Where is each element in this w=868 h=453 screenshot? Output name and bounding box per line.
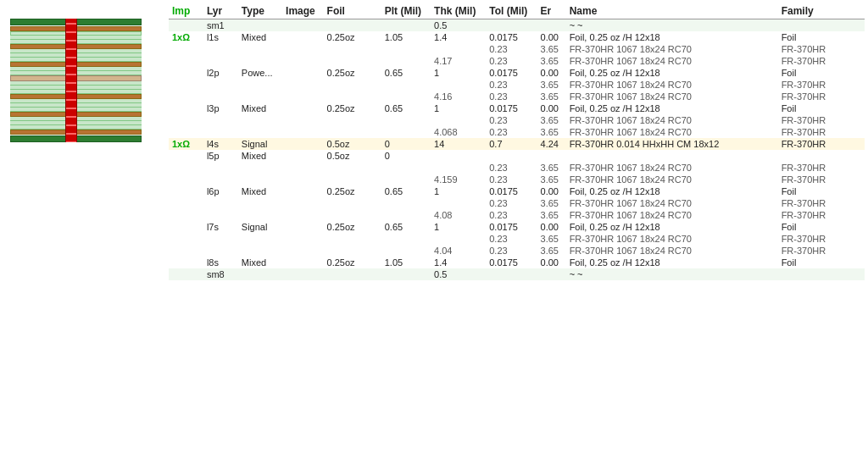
cell-plt (381, 174, 431, 185)
cell-family: FR-370HR (778, 233, 865, 245)
cell-tol: 0.7 (486, 138, 537, 150)
cell-lyr (203, 79, 238, 91)
cell-thk: 4.04 (431, 245, 486, 257)
cell-foil (324, 233, 381, 245)
cell-type (238, 126, 282, 138)
table-body: sm10.5~ ~1xΩl1sMixed0.25oz1.051.40.01750… (169, 19, 865, 281)
cell-thk: 14 (431, 138, 486, 150)
cell-lyr: l6p (203, 185, 238, 197)
cell-name: FR-370HR 1067 18x24 RC70 (566, 174, 778, 185)
cell-image (282, 174, 324, 185)
cell-imp (169, 197, 203, 209)
cell-er: 0.00 (537, 185, 566, 197)
cell-thk (431, 197, 486, 209)
cell-family: FR-370HR (778, 114, 865, 126)
col-header-type: Type (238, 3, 282, 19)
cell-foil (324, 126, 381, 138)
cell-plt (381, 43, 431, 55)
cell-er: 0.00 (537, 31, 566, 43)
cell-lyr: l2p (203, 67, 238, 79)
cell-family: Foil (778, 102, 865, 114)
cell-imp (169, 245, 203, 257)
cell-thk (431, 114, 486, 126)
cell-lyr: l5p (203, 150, 238, 162)
cell-er (537, 19, 566, 32)
cell-lyr: l3p (203, 102, 238, 114)
cell-tol: 0.0175 (486, 257, 537, 268)
table-row: 0.233.65FR-370HR 1067 18x24 RC70FR-370HR (169, 233, 865, 245)
cell-tol: 0.23 (486, 126, 537, 138)
cell-family: FR-370HR (778, 91, 865, 102)
cell-plt: 1.05 (381, 31, 431, 43)
cell-thk (431, 150, 486, 162)
cell-type (238, 91, 282, 102)
cell-type (238, 55, 282, 67)
cell-plt (381, 209, 431, 221)
cell-tol: 0.23 (486, 91, 537, 102)
cell-name: FR-370HR 1067 18x24 RC70 (566, 43, 778, 55)
cell-image (282, 79, 324, 91)
cell-type: Powe... (238, 67, 282, 79)
cell-tol: 0.23 (486, 233, 537, 245)
cell-imp (169, 257, 203, 268)
cell-imp: 1xΩ (169, 138, 203, 150)
cell-plt: 0.65 (381, 102, 431, 114)
table-row: l8sMixed0.25oz1.051.40.01750.00Foil, 0.2… (169, 257, 865, 268)
table-row: 4.170.233.65FR-370HR 1067 18x24 RC70FR-3… (169, 55, 865, 67)
cell-name: FR-370HR 1067 18x24 RC70 (566, 126, 778, 138)
cell-type (238, 245, 282, 257)
cell-lyr (203, 233, 238, 245)
cell-family: Foil (778, 31, 865, 43)
cell-foil: 0.25oz (324, 185, 381, 197)
cell-tol: 0.23 (486, 55, 537, 67)
cell-imp (169, 102, 203, 114)
col-header-thk: Thk (Mil) (431, 3, 486, 19)
cell-plt (381, 197, 431, 209)
table-row: 0.233.65FR-370HR 1067 18x24 RC70FR-370HR (169, 79, 865, 91)
cell-type: Signal (238, 221, 282, 233)
cell-name (566, 150, 778, 162)
cell-tol: 0.23 (486, 79, 537, 91)
table-row: 4.040.233.65FR-370HR 1067 18x24 RC70FR-3… (169, 245, 865, 257)
cell-er: 0.00 (537, 221, 566, 233)
cell-imp (169, 114, 203, 126)
cell-tol: 0.23 (486, 43, 537, 55)
table-row: 4.080.233.65FR-370HR 1067 18x24 RC70FR-3… (169, 209, 865, 221)
stackup-table: Imp Lyr Type Image Foil Plt (Mil) Thk (M… (169, 3, 865, 280)
cell-plt: 0 (381, 138, 431, 150)
table-row: 4.0680.233.65FR-370HR 1067 18x24 RC70FR-… (169, 126, 865, 138)
cell-lyr (203, 43, 238, 55)
cell-family: FR-370HR (778, 126, 865, 138)
cell-family: Foil (778, 67, 865, 79)
col-header-name: Name (566, 3, 778, 19)
cell-type: Mixed (238, 257, 282, 268)
cell-imp (169, 185, 203, 197)
cell-type (238, 209, 282, 221)
table-row: sm80.5~ ~ (169, 268, 865, 280)
cell-thk (431, 233, 486, 245)
cell-thk (431, 79, 486, 91)
cell-name: FR-370HR 1067 18x24 RC70 (566, 55, 778, 67)
cell-image (282, 209, 324, 221)
cell-plt (381, 114, 431, 126)
cell-lyr (203, 55, 238, 67)
cell-image (282, 114, 324, 126)
cell-tol: 0.23 (486, 174, 537, 185)
col-header-plt: Plt (Mil) (381, 3, 431, 19)
cell-plt (381, 79, 431, 91)
cell-image (282, 268, 324, 280)
cell-imp (169, 67, 203, 79)
cell-tol: 0.23 (486, 197, 537, 209)
cell-image (282, 138, 324, 150)
cell-type (238, 43, 282, 55)
cell-er: 0.00 (537, 257, 566, 268)
col-header-er: Er (537, 3, 566, 19)
cell-plt (381, 19, 431, 32)
cell-plt: 0.65 (381, 221, 431, 233)
cell-plt (381, 55, 431, 67)
table-header: Imp Lyr Type Image Foil Plt (Mil) Thk (M… (169, 3, 865, 19)
cell-image (282, 31, 324, 43)
cell-tol: 0.23 (486, 245, 537, 257)
cell-lyr: l1s (203, 31, 238, 43)
table-row: sm10.5~ ~ (169, 19, 865, 32)
